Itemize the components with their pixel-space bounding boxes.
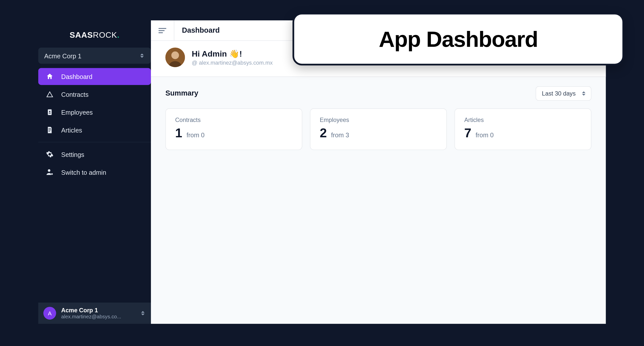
user-avatar xyxy=(165,48,185,67)
app-frame: SAASROCK. Acme Corp 1 Dashboard Cont xyxy=(38,20,606,324)
sidebar-item-contracts[interactable]: Contracts xyxy=(38,86,151,103)
period-select-value: Last 30 days xyxy=(542,90,576,97)
sidebar-item-label: Contracts xyxy=(61,91,89,98)
card-value: 7 xyxy=(464,126,471,140)
menu-toggle-icon[interactable] xyxy=(158,28,166,33)
chevron-updown-icon xyxy=(581,90,587,97)
at-symbol: @ xyxy=(192,60,197,66)
summary-card-articles: Articles 7 from 0 xyxy=(455,108,591,150)
svg-rect-2 xyxy=(49,113,51,114)
id-badge-icon xyxy=(46,108,54,116)
svg-rect-5 xyxy=(49,131,50,132)
card-label: Contracts xyxy=(175,116,292,123)
nav-divider xyxy=(38,142,151,142)
account-email: alex.martinez@absys.co... xyxy=(61,314,135,320)
sidebar-item-label: Dashboard xyxy=(61,73,92,80)
gear-icon xyxy=(46,150,54,158)
card-from: from 0 xyxy=(186,131,205,139)
org-switcher-label: Acme Corp 1 xyxy=(44,52,82,59)
content-area: Summary Last 30 days Contracts 1 from 0 xyxy=(151,77,606,159)
sidebar-item-dashboard[interactable]: Dashboard xyxy=(38,68,151,85)
sidebar-item-label: Articles xyxy=(61,126,82,134)
brand-logo: SAASROCK. xyxy=(38,25,151,48)
sidebar-item-label: Employees xyxy=(61,109,93,116)
summary-header: Summary Last 30 days xyxy=(165,86,591,101)
avatar-initial: A xyxy=(48,310,52,316)
summary-cards: Contracts 1 from 0 Employees 2 from 3 xyxy=(165,108,591,150)
chevron-updown-icon xyxy=(140,309,146,317)
brand-part-thin: ROCK xyxy=(93,31,117,39)
org-switcher[interactable]: Acme Corp 1 xyxy=(38,48,151,64)
svg-point-1 xyxy=(49,111,50,112)
sidebar-item-label: Settings xyxy=(61,151,84,158)
card-label: Articles xyxy=(464,116,581,123)
greeting-title: Hi Admin 👋! xyxy=(192,49,273,59)
period-select[interactable]: Last 30 days xyxy=(536,86,591,101)
overlay-annotation: App Dashboard xyxy=(293,13,624,66)
svg-point-6 xyxy=(48,169,50,172)
summary-card-employees: Employees 2 from 3 xyxy=(310,108,447,150)
home-icon xyxy=(46,73,54,80)
account-title: Acme Corp 1 xyxy=(61,307,135,314)
sidebar-item-settings[interactable]: Settings xyxy=(38,146,151,163)
svg-point-7 xyxy=(51,173,53,175)
card-from: from 3 xyxy=(331,131,349,139)
summary-card-contracts: Contracts 1 from 0 xyxy=(165,108,302,150)
document-icon xyxy=(46,126,54,134)
sidebar-item-articles[interactable]: Articles xyxy=(38,121,151,139)
card-value: 1 xyxy=(175,126,182,140)
card-value: 2 xyxy=(320,126,327,140)
sidebar-item-label: Switch to admin xyxy=(61,168,106,176)
card-label: Employees xyxy=(320,116,437,123)
sidebar-item-switch-admin[interactable]: Switch to admin xyxy=(38,164,151,181)
primary-nav: Dashboard Contracts Employees xyxy=(38,68,151,181)
svg-point-9 xyxy=(171,51,179,59)
account-switcher[interactable]: A Acme Corp 1 alex.martinez@absys.co... xyxy=(38,302,151,324)
svg-rect-4 xyxy=(49,130,51,130)
greeting-email: alex.martinez@absys.com.mx xyxy=(199,60,273,66)
chevron-updown-icon xyxy=(139,52,145,59)
greeting-subtitle: @ alex.martinez@absys.com.mx xyxy=(192,60,273,66)
brand-dot: . xyxy=(117,31,120,39)
page-title: Dashboard xyxy=(174,20,220,40)
summary-title: Summary xyxy=(165,89,198,98)
sidebar-item-employees[interactable]: Employees xyxy=(38,104,151,121)
brand-part-bold: SAAS xyxy=(70,31,93,39)
warning-triangle-icon xyxy=(46,91,54,98)
card-from: from 0 xyxy=(476,131,494,139)
svg-rect-3 xyxy=(49,128,51,129)
sidebar: SAASROCK. Acme Corp 1 Dashboard Cont xyxy=(38,20,151,324)
main-panel: Dashboard Hi Admin 👋! @ alex.martinez@ab… xyxy=(151,20,606,324)
avatar: A xyxy=(43,307,56,320)
user-switch-icon xyxy=(46,168,54,176)
overlay-title: App Dashboard xyxy=(379,26,538,52)
